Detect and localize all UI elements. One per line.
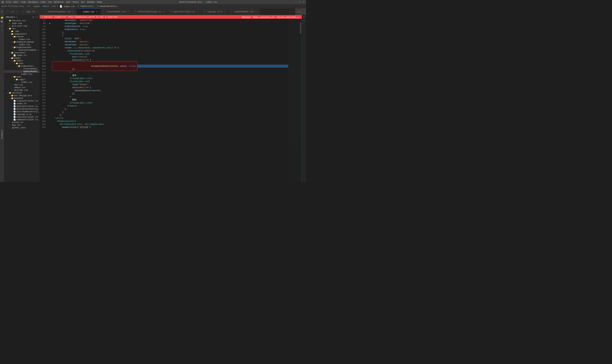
menu-window[interactable]: Window — [87, 1, 95, 3]
menu-tools[interactable]: Tools — [72, 1, 79, 3]
tree-item-services[interactable]: ▾ 📁 services — [4, 91, 40, 94]
tree-item-updatemodal[interactable]: ⚛ UpdateModal.tsx — [4, 70, 40, 73]
tree-item-login-index[interactable]: ⚛ index.tsx — [4, 81, 40, 84]
tree-item-components[interactable]: ▾ 📁 components — [4, 33, 40, 35]
activity-explorer[interactable]: 📁 — [0, 16, 4, 19]
tab-avatar[interactable]: ⚛ AvatarDropdown.tsx × — [42, 8, 77, 15]
tab-updatemodal[interactable]: ⚛ UpdateModal.tsx × — [229, 8, 260, 15]
tab-close-create[interactable]: × — [127, 10, 130, 13]
error-banner-actions[interactable]: Details Edit .eslintrc.js ESLint setting… — [242, 16, 300, 18]
notification-icon[interactable]: ⚠ 1 — [297, 11, 300, 13]
tree-item-src[interactable]: ▾ 📁 src — [4, 27, 40, 30]
tree-item-avatardropdown[interactable]: ⚛ AvatarDropdown.tsx — [4, 49, 40, 52]
tab-close-updatemodal[interactable]: × — [255, 10, 258, 13]
editor-vertical-scrollbar[interactable] — [300, 19, 301, 182]
menu-file[interactable]: File — [6, 1, 11, 3]
right-panel-icon2[interactable]: ◻ — [303, 19, 305, 22]
breadcrumb-item[interactable]: antd-frontend-init — [1, 5, 24, 7]
tree-item-headerdropdown-index[interactable]: ⚛ index.tsx — [4, 43, 40, 46]
tab-close-typings[interactable]: × — [224, 10, 226, 13]
menu-vue[interactable]: Vue — [48, 1, 52, 3]
tree-item-global-less[interactable]: ● global.less — [4, 126, 40, 129]
menu-navigate[interactable]: Navigate — [28, 1, 38, 3]
tree-item-footer[interactable]: ▾ 📁 Footer — [4, 35, 40, 38]
breadcrumb-item[interactable]: src — [27, 5, 31, 7]
tree-item-welcome[interactable]: ⚛ Welcome.tsx — [4, 89, 40, 91]
tab-typings[interactable]: TS typings.d.ts × — [201, 8, 228, 15]
notification-up[interactable]: ↑ — [301, 11, 303, 13]
menu-code[interactable]: Code — [40, 1, 45, 3]
breadcrumb-item[interactable]: pages — [34, 5, 40, 7]
tree-item-404[interactable]: ⚛ 404.tsx — [4, 84, 40, 86]
tree-item-access[interactable]: ⚛ access.ts — [4, 121, 40, 124]
tab-menu[interactable]: ⋯ — [293, 11, 294, 13]
breadcrumb-item[interactable]: 📄 index.tsx — [60, 5, 75, 8]
tab-close-ts[interactable]: × — [15, 10, 18, 13]
breadcrumb-item[interactable]: ƒ TableList() — [78, 5, 94, 7]
tree-item-umi[interactable]: ▸ 📁 .umi — [4, 30, 40, 33]
tree-item-app[interactable]: ⚛ app.tsx — [4, 124, 40, 126]
tree-item-backend[interactable]: ▾ 📁 backend — [4, 97, 40, 100]
tree-item-constants[interactable]: ▾ 📁 constants — [4, 52, 40, 54]
minimize-button[interactable]: − — [294, 1, 297, 3]
menu-refactor[interactable]: Refactor — [54, 1, 64, 3]
activity-bookmarks[interactable]: Bookmarks — [0, 129, 4, 140]
breadcrumb-item[interactable]: Admin — [43, 5, 49, 7]
activity-git[interactable]: ± — [0, 24, 4, 28]
close-button[interactable]: × — [302, 1, 305, 3]
menu-help[interactable]: Help — [97, 1, 102, 3]
tree-item-typings[interactable]: 📄 typings.d.ts — [4, 113, 40, 116]
tree-item-login[interactable]: ▾ 📁 Login — [4, 78, 40, 81]
tree-item-backend-index[interactable]: 📄 index.ts — [4, 102, 40, 105]
sidebar-settings[interactable]: ⚙ — [35, 16, 36, 18]
menu-bar[interactable]: File Edit View Navigate Code Vue Refacto… — [6, 1, 102, 3]
tab-ts[interactable]: TS .ts × — [4, 8, 20, 15]
tree-item-wxmpcontroller[interactable]: 📄 wxMpController.ts — [4, 118, 40, 121]
tab-usercontroller[interactable]: TS userController.ts × — [167, 8, 201, 15]
tree-item-user[interactable]: ▾ 📁 User — [4, 76, 40, 78]
tree-item-postthumb[interactable]: 📄 postThumbController.ts — [4, 110, 40, 113]
tab-index[interactable]: ⚛ index.tsx × — [77, 8, 101, 15]
tab-scroll-right[interactable]: › — [291, 11, 293, 13]
menu-edit[interactable]: Edit — [13, 1, 18, 3]
activity-search[interactable]: 🔍 — [0, 20, 4, 24]
menu-run[interactable]: Run — [66, 1, 70, 3]
tab-close-avatar[interactable]: × — [72, 10, 74, 13]
maximize-button[interactable]: □ — [298, 1, 301, 3]
tree-item-constants-index[interactable]: 📄 index.ts — [4, 54, 40, 57]
tree-item-pages[interactable]: ▾ 📁 pages — [4, 57, 40, 59]
tree-item-postfavour[interactable]: 📄 postFavourController.ts — [4, 108, 40, 110]
window-controls[interactable]: − □ × — [294, 1, 305, 3]
tab-close-index[interactable]: × — [95, 11, 98, 13]
right-panel-icon1[interactable]: ⚙ — [303, 16, 305, 18]
tree-item-antdesign[interactable]: ▸ 📁 ant-design-pro — [4, 94, 40, 97]
notification-down[interactable]: ↓ — [304, 11, 305, 13]
activity-debug[interactable]: ▷ — [0, 28, 4, 32]
error-settings-link[interactable]: ESLint settings... — [277, 16, 300, 18]
tab-close-default[interactable]: × — [162, 10, 165, 13]
tree-item-admin-index[interactable]: ⚛ index.tsx — [4, 73, 40, 76]
tab-app[interactable]: ⚛ app.tsx × — [20, 8, 42, 15]
tree-item-favicon[interactable]: ⭐ favicon.ico — [4, 19, 40, 22]
breadcrumb-item[interactable]: ƒ handleDelete() — [97, 5, 117, 7]
tree-item-rightcontent[interactable]: ▾ 📁 RightContent — [4, 46, 40, 49]
sidebar-collapse-all[interactable]: ⊞ — [32, 16, 34, 18]
tab-close-usercontroller[interactable]: × — [196, 10, 199, 13]
menu-git[interactable]: Git — [81, 1, 85, 3]
tab-default[interactable]: TS defaultSettings.ts × — [132, 8, 167, 15]
breadcrumb-item[interactable]: User — [52, 5, 57, 7]
error-edit-eslint-link[interactable]: Edit .eslintrc.js — [253, 16, 274, 18]
sidebar-toggle[interactable]: ☰ — [1, 11, 3, 13]
tree-item-admin-components[interactable]: ▾ 📁 components — [4, 65, 40, 67]
tree-item-filecontroller[interactable]: 📄 fileController.ts — [4, 100, 40, 102]
tab-scroll-left[interactable]: ‹ — [289, 11, 291, 13]
code-content[interactable]: dataIndex: 'updateTime', valueType: 'dat… — [51, 19, 288, 182]
editor-scrollbar-thumb[interactable] — [300, 23, 301, 34]
tab-close-app[interactable]: × — [37, 10, 39, 13]
tree-item-admin-tsx[interactable]: ⚛ Admin.tsx — [4, 86, 40, 89]
tree-item-postcontroller[interactable]: 📄 postController.ts — [4, 105, 40, 108]
tree-item-proicon[interactable]: ◈ pro_icon.svg — [4, 25, 40, 27]
error-details-link[interactable]: Details — [242, 16, 251, 18]
tree-item-user-admin[interactable]: ▾ 📁 User — [4, 62, 40, 65]
tree-item-usercontroller[interactable]: 📄 userController.ts — [4, 116, 40, 118]
